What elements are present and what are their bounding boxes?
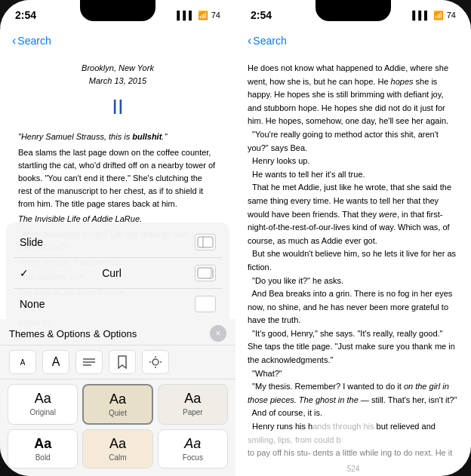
book-location: Brooklyn, New York [18, 62, 217, 75]
right-para-2: Henry looks up. [248, 155, 459, 168]
slide-label: Slide [20, 236, 43, 248]
right-para-0: He does not know what happened to Addie,… [248, 62, 459, 128]
signal-icon-right: ▌▌▌ [412, 11, 429, 20]
right-para-13: to pay off his stu- dents a little while… [248, 447, 459, 462]
slide-option-none[interactable]: None [14, 289, 222, 319]
right-para-7: And Bea breaks into a grin. There is no … [248, 287, 459, 327]
right-para-4: That he met Addie, just like he wrote, t… [248, 181, 459, 247]
theme-bold-label: Bold [35, 453, 51, 462]
back-button-right[interactable]: ‹ Search [248, 34, 287, 48]
curl-icon [195, 265, 216, 281]
theme-bold-sample: Aa [34, 436, 51, 452]
svg-rect-0 [198, 237, 213, 247]
theme-calm[interactable]: Aa Calm [82, 429, 152, 468]
overlay-panel: Slide ✓ Curl None [0, 223, 236, 476]
themes-label: Themes & Options [9, 328, 91, 339]
theme-bold[interactable]: Aa Bold [8, 429, 78, 468]
back-chevron-right: ‹ [248, 34, 251, 48]
book-header: Brooklyn, New York March 13, 2015 II [18, 62, 217, 123]
right-para-10: "My thesis. Remember? I wanted to do it … [248, 380, 459, 407]
close-button[interactable]: × [210, 325, 226, 342]
wifi-icon-right: 📶 [433, 11, 444, 20]
slide-icon [195, 234, 216, 250]
right-para-11: And of course, it is. [248, 407, 459, 420]
none-label: None [20, 298, 45, 310]
back-label-left: Search [17, 35, 51, 47]
font-decrease-button[interactable]: A [9, 350, 36, 374]
theme-original-sample: Aa [35, 391, 51, 407]
theme-focus-sample: Aa [184, 436, 201, 452]
left-phone: 2:54 ▌▌▌ 📶 74 ‹ Search Brooklyn, New Yor… [0, 0, 236, 476]
right-para-9: "What?" [248, 367, 459, 381]
none-icon [195, 296, 216, 312]
theme-original[interactable]: Aa Original [8, 384, 78, 425]
para-1: Bea slams the last page down on the coff… [18, 146, 217, 210]
brightness-button[interactable] [142, 350, 169, 374]
themes-title: Themes & Options & Options [9, 327, 137, 340]
theme-focus[interactable]: Aa Focus [158, 429, 228, 468]
book-date: March 13, 2015 [18, 75, 217, 88]
theme-focus-label: Focus [183, 453, 203, 462]
curl-check: ✓ [20, 267, 29, 279]
themes-bar: Themes & Options & Options × [0, 319, 236, 345]
bookmark-button[interactable] [109, 350, 136, 374]
battery-left: 74 [211, 11, 220, 20]
large-a-label: A [52, 355, 60, 369]
status-icons-left: ▌▌▌ 📶 74 [177, 11, 220, 20]
notch [80, 0, 155, 21]
right-para-8: "It's good, Henry," she says. "It's real… [248, 327, 459, 367]
back-button-left[interactable]: ‹ Search [12, 34, 51, 48]
right-para-1: "You're really going to method actor thi… [248, 128, 459, 155]
font-increase-button[interactable]: A [42, 350, 69, 374]
text-controls: A A [0, 345, 236, 379]
right-para-6: "Do you like it?" he asks. [248, 275, 459, 288]
slide-option-curl[interactable]: ✓ Curl [14, 258, 222, 289]
options-label: Options [103, 328, 137, 339]
theme-original-label: Original [29, 408, 55, 416]
right-para-12: Henry runs his hands through his but rel… [248, 420, 459, 447]
theme-quiet-sample: Aa [109, 392, 126, 407]
small-a-label: A [20, 358, 26, 367]
chapter-number: II [18, 91, 217, 123]
theme-calm-sample: Aa [109, 436, 126, 452]
para-0: "Henry Samuel Strauss, this is bullshit.… [18, 131, 217, 143]
nav-bar-left: ‹ Search [0, 27, 236, 54]
book-content-right: He does not know what happened to Addie,… [236, 54, 471, 462]
slide-options: Slide ✓ Curl None [6, 227, 229, 319]
svg-point-6 [152, 359, 159, 365]
wifi-icon: 📶 [198, 11, 208, 20]
slide-panel: Slide ✓ Curl None [6, 223, 229, 319]
theme-paper-sample: Aa [184, 391, 201, 407]
slide-option-slide[interactable]: Slide [14, 227, 222, 258]
theme-grid: Aa Original Aa Quiet Aa Paper Aa Bold Aa [0, 379, 236, 476]
theme-calm-label: Calm [109, 453, 126, 462]
right-phone: 2:54 ▌▌▌ 📶 74 ‹ Search He does not know … [236, 0, 471, 476]
back-label-right: Search [253, 35, 286, 47]
page-number: 524 [236, 462, 471, 476]
theme-quiet-label: Quiet [109, 409, 127, 417]
curl-label: Curl [102, 267, 122, 279]
time-left: 2:54 [15, 9, 36, 21]
signal-icon: ▌▌▌ [177, 11, 194, 20]
status-icons-right: ▌▌▌ 📶 74 [412, 11, 456, 20]
back-chevron-left: ‹ [12, 34, 16, 48]
right-para-5: But she wouldn't believe him, so he lets… [248, 247, 459, 274]
nav-bar-right: ‹ Search [236, 27, 471, 54]
font-style-button[interactable] [75, 350, 103, 374]
notch-right [316, 0, 391, 21]
theme-quiet[interactable]: Aa Quiet [82, 384, 152, 425]
battery-right: 74 [447, 11, 456, 20]
theme-paper[interactable]: Aa Paper [158, 384, 228, 425]
right-para-3: He wants to tell her it's all true. [248, 168, 459, 182]
time-right: 2:54 [251, 9, 272, 21]
theme-paper-label: Paper [183, 408, 203, 416]
